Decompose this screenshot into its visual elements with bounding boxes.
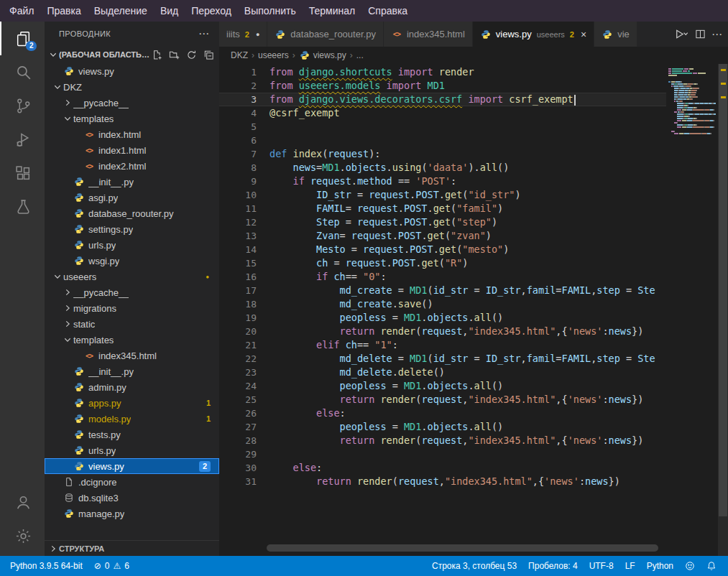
code-line[interactable]: 17 md_create = MD1(id_str = ID_str,famil… (219, 284, 666, 297)
tab-database-roouter-py[interactable]: database_roouter.py (267, 22, 384, 47)
tab-vie[interactable]: vie (594, 22, 637, 47)
code-line[interactable]: 14 Mesto = request.POST.get("mesto") (219, 243, 666, 256)
tree-folder-templates[interactable]: templates (45, 332, 219, 348)
status-notifications[interactable] (701, 556, 722, 576)
tree-folder-useeers[interactable]: useeers● (45, 269, 219, 284)
status-indentation[interactable]: Пробелов: 4 (522, 556, 584, 576)
code-editor[interactable]: 1from django.shortcuts import render2fro… (219, 64, 728, 556)
code-line[interactable]: 30 else: (219, 461, 666, 475)
code-line[interactable]: 6 (219, 134, 666, 147)
status-eol[interactable]: LF (619, 556, 641, 576)
code-line[interactable]: 27 peopless = MD1.objects.all() (219, 420, 666, 434)
tree-file-settings-py[interactable]: settings.py (45, 221, 219, 237)
breadcrumb-useeers[interactable]: useeers (258, 50, 289, 60)
code-line[interactable]: 1from django.shortcuts import render (219, 65, 666, 79)
tab-iiits[interactable]: iiits2● (219, 22, 267, 47)
horizontal-scrollbar-thumb[interactable] (267, 544, 658, 552)
code-line[interactable]: 13 Zvan= request.POST.get("zvan") (219, 229, 666, 243)
tree-file-database-roouter-py[interactable]: database_roouter.py (45, 205, 219, 221)
code-line[interactable]: 11 FAMIL= request.POST.get("famil") (219, 202, 666, 215)
tree-file-index-html[interactable]: <>index.html (45, 126, 219, 142)
breadcrumb-dkz[interactable]: DKZ (231, 50, 248, 60)
tree-file-asgi-py[interactable]: asgi.py (45, 190, 219, 205)
tree-file-manage-py[interactable]: manage.py (45, 506, 219, 521)
tree-folder-dkz[interactable]: DKZ (45, 79, 219, 95)
code-line[interactable]: 12 Step = request.POST.get("step") (219, 215, 666, 229)
tree-folder-static[interactable]: static (45, 316, 219, 332)
code-line[interactable]: 2from useeers.models import MD1 (219, 79, 666, 93)
code-line[interactable]: 26 else: (219, 407, 666, 420)
tab-index345-html[interactable]: <>index345.html (384, 22, 473, 47)
split-editor-icon[interactable] (695, 29, 706, 40)
new-folder-icon[interactable] (167, 48, 180, 61)
tree-folder-templates[interactable]: templates (45, 111, 219, 126)
refresh-explorer-icon[interactable] (185, 48, 198, 61)
code-line[interactable]: 10 ID_str = request.POST.get("id_str") (219, 188, 666, 202)
code-line[interactable]: 3from django.views.decorators.csrf impor… (219, 93, 666, 106)
workspace-section-header[interactable]: (РАБОЧАЯ ОБЛАСТЬ) ... (45, 46, 219, 63)
code-line[interactable]: 15 ch = request.POST.get("R") (219, 256, 666, 270)
tree-file-tests-py[interactable]: tests.py (45, 427, 219, 442)
tree-file-views-py[interactable]: views.py (45, 63, 219, 79)
tree-folder-migrations[interactable]: migrations (45, 300, 219, 316)
explorer-icon[interactable]: 2 (0, 22, 45, 55)
code-line[interactable]: 29 (219, 447, 666, 461)
code-line[interactable]: 21 elif ch== "1": (219, 338, 666, 352)
code-line[interactable]: 25 return render(request,"index345.html"… (219, 393, 666, 407)
tree-file-urls-py[interactable]: urls.py (45, 442, 219, 458)
tree-file-index345-html[interactable]: <>index345.html (45, 348, 219, 363)
tree-file-wsgi-py[interactable]: wsgi.py (45, 253, 219, 269)
run-and-debug-icon[interactable] (0, 123, 45, 157)
tree-folder-pycache[interactable]: __pycache__ (45, 284, 219, 300)
breadcrumb-item[interactable]: ... (356, 50, 364, 60)
outline-section-header[interactable]: СТРУКТУРА (45, 540, 219, 556)
run-python-file-icon[interactable] (674, 29, 689, 40)
status-python-interpreter[interactable]: Python 3.9.5 64-bit (4, 556, 88, 576)
more-actions-icon[interactable]: ⋯ (198, 27, 209, 40)
code-line[interactable]: 18 md_create.save() (219, 297, 666, 311)
status-feedback[interactable] (679, 556, 701, 576)
tree-file-db-sqlite3[interactable]: db.sqlite3 (45, 490, 219, 506)
code-line[interactable]: 31 return render(request,"index345.html"… (219, 475, 666, 488)
new-file-icon[interactable] (150, 48, 163, 61)
search-icon[interactable] (0, 55, 45, 89)
tree-file-apps-py[interactable]: apps.py1 (45, 395, 219, 411)
code-line[interactable]: 20 return render(request,"index345.html"… (219, 325, 666, 338)
code-line[interactable]: 22 md_delete = MD1(id_str = ID_str,famil… (219, 352, 666, 366)
status-cursor-position[interactable]: Строка 3, столбец 53 (426, 556, 522, 576)
menu-go[interactable]: Переход (185, 1, 238, 20)
code-line[interactable]: 23 md_delete.delete() (219, 366, 666, 379)
code-line[interactable]: 16 if ch== "0": (219, 270, 666, 284)
extensions-icon[interactable] (0, 157, 45, 190)
code-line[interactable]: 19 peopless = MD1.objects.all() (219, 311, 666, 325)
collapse-folders-icon[interactable] (202, 48, 215, 61)
horizontal-scrollbar[interactable] (267, 544, 666, 552)
tree-file-dcignore[interactable]: .dcignore (45, 474, 219, 490)
tree-file-init-py[interactable]: __init__.py (45, 174, 219, 190)
tree-file-admin-py[interactable]: admin.py (45, 379, 219, 395)
testing-icon[interactable] (0, 190, 45, 224)
vertical-scrollbar[interactable] (718, 64, 728, 556)
menu-run[interactable]: Выполнить (238, 1, 303, 20)
code-line[interactable]: 28 return render(request,"index345.html"… (219, 434, 666, 447)
tree-file-init-py[interactable]: __init__.py (45, 363, 219, 379)
source-control-icon[interactable] (0, 89, 45, 123)
menu-edit[interactable]: Правка (40, 1, 87, 20)
manage-icon[interactable] (0, 519, 45, 553)
breadcrumb-views-py[interactable]: views.py (299, 50, 346, 61)
menu-view[interactable]: Вид (154, 1, 185, 20)
status-language-mode[interactable]: Python (641, 556, 679, 576)
menu-help[interactable]: Справка (361, 1, 414, 20)
minimap[interactable] (666, 67, 718, 136)
close-icon[interactable]: × (581, 29, 586, 40)
tree-file-models-py[interactable]: models.py1 (45, 411, 219, 427)
accounts-icon[interactable] (0, 486, 45, 519)
tree-file-index2-html[interactable]: <>index2.html (45, 158, 219, 174)
tree-file-index1-html[interactable]: <>index1.html (45, 142, 219, 158)
tab-views-py[interactable]: views.pyuseeers2× (473, 22, 594, 47)
code-line[interactable]: 5 (219, 120, 666, 134)
code-line[interactable]: 7def index(request): (219, 147, 666, 161)
code-line[interactable]: 4@csrf_exempt (219, 106, 666, 120)
tree-file-urls-py[interactable]: urls.py (45, 237, 219, 253)
status-problems[interactable]: ⊘0⚠6 (88, 556, 135, 576)
